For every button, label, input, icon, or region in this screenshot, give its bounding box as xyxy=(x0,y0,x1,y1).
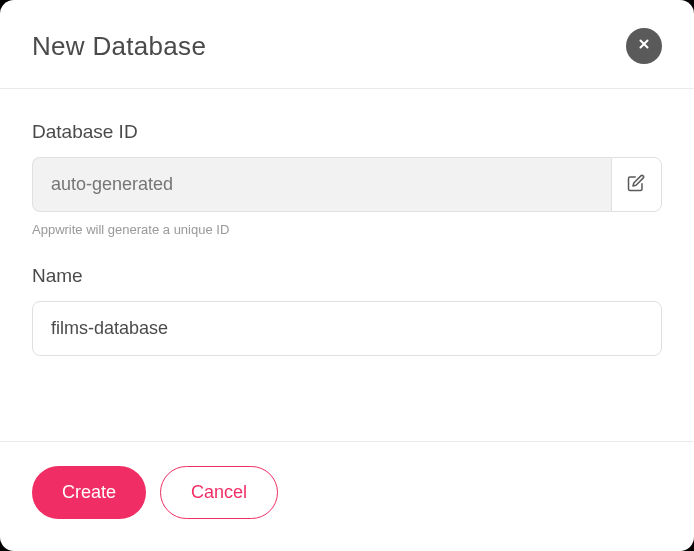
name-input[interactable] xyxy=(32,301,662,356)
modal-header: New Database xyxy=(0,0,694,89)
close-icon xyxy=(637,37,651,55)
database-id-group: Database ID Appwrite will generate a uni… xyxy=(32,121,662,237)
name-group: Name xyxy=(32,265,662,356)
name-label: Name xyxy=(32,265,662,287)
database-id-help: Appwrite will generate a unique ID xyxy=(32,222,662,237)
edit-icon xyxy=(627,174,645,195)
modal-body: Database ID Appwrite will generate a uni… xyxy=(0,89,694,441)
modal-footer: Create Cancel xyxy=(0,441,694,551)
cancel-button[interactable]: Cancel xyxy=(160,466,278,519)
create-button[interactable]: Create xyxy=(32,466,146,519)
close-button[interactable] xyxy=(626,28,662,64)
new-database-modal: New Database Database ID xyxy=(0,0,694,551)
edit-id-button[interactable] xyxy=(611,157,662,212)
modal-title: New Database xyxy=(32,31,206,62)
database-id-input-group xyxy=(32,157,662,212)
database-id-input[interactable] xyxy=(32,157,611,212)
database-id-label: Database ID xyxy=(32,121,662,143)
